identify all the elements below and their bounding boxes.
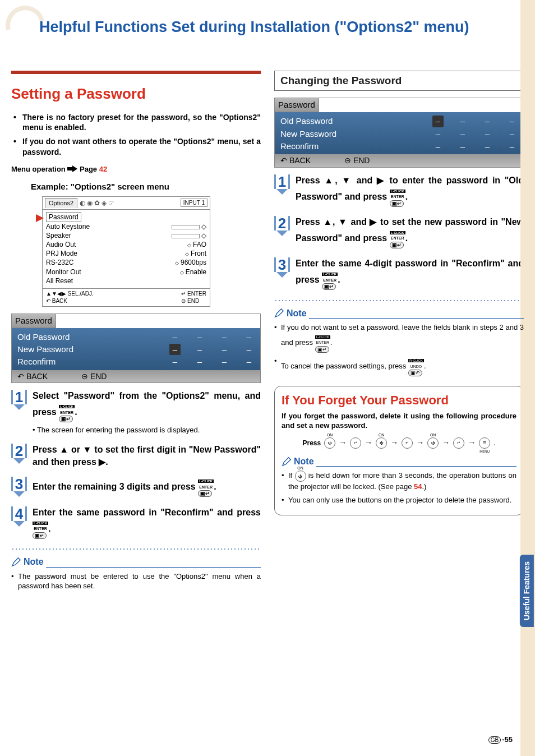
note-header-forget: Note — [282, 455, 516, 468]
title-bar: Helpful Functions Set during Installatio… — [11, 17, 524, 37]
menu-item-audio-out: Audio Out — [46, 240, 76, 249]
screen-footer-enter: ↵ ENTER — [181, 291, 206, 297]
on-button-icon: ⏻ — [427, 437, 439, 449]
r-step-3-text: Enter the same 4-digit password in "Reco… — [296, 257, 524, 290]
intro-bullet-1: There is no factory preset for the passw… — [13, 112, 261, 133]
enter-key-icon: L-CLICKENTER▣↵ — [322, 270, 338, 291]
right-column: Changing the Password Password Old Passw… — [274, 71, 524, 515]
step-1-sub: • The screen for entering the password i… — [33, 425, 261, 435]
pwbox-reconfirm-label-r: Reconfirm — [280, 141, 365, 152]
screen-footer-sel: ▲▼◀▶ SEL./ADJ. — [46, 291, 94, 297]
selected-menu-item: Password — [46, 212, 206, 222]
pencil-icon — [274, 308, 284, 318]
left-column: Setting a Password There is no factory p… — [11, 71, 261, 594]
arrow-icon: → — [442, 437, 450, 448]
on-button-icon: ⏻ — [295, 471, 306, 482]
val-prj-mode: Front — [185, 249, 206, 258]
pwbox-new-label: New Password — [17, 344, 102, 355]
step-badge-4: 4 — [11, 506, 27, 527]
intro-bullets: There is no factory preset for the passw… — [11, 112, 261, 158]
forget-title: If You Forget Your Password — [282, 392, 516, 409]
page-ref-54: 54 — [414, 482, 422, 491]
page-title: Helpful Functions Set during Installatio… — [11, 17, 524, 37]
menu-item-monitor-out: Monitor Out — [46, 268, 81, 276]
undo-key-icon: R-CLICKUNDO▣↶ — [408, 356, 424, 377]
menu-button-icon: ☰ — [479, 437, 490, 449]
r-step-badge-1: 1 — [274, 174, 290, 195]
selected-item-password: Password — [46, 212, 81, 222]
pwbox-end-r: ⊝ END — [344, 155, 370, 166]
pencil-icon — [11, 557, 21, 567]
menu-op-label: Menu operation — [11, 165, 66, 173]
enter-button-icon: ↵ — [402, 437, 413, 449]
page-number: GB-55 — [488, 735, 513, 745]
arrow-icon: → — [468, 437, 476, 448]
val-rs232c: 9600bps — [175, 258, 206, 267]
region-badge: GB — [488, 736, 501, 744]
dotted-separator — [11, 548, 261, 550]
step-4-text: Enter the same password in "Reconfirm" a… — [33, 506, 261, 539]
forget-note-1: If ⏻ is held down for more than 3 second… — [282, 471, 516, 492]
note-header-left: Note — [11, 556, 261, 568]
password-box-left: Password Old Password –––– New Password … — [11, 314, 261, 384]
screen-footer-end: ⊝ END — [181, 298, 199, 304]
arrow-icon — [67, 165, 77, 175]
pwbox-back: ↶ BACK — [17, 371, 48, 382]
pwbox-new-label-r: New Password — [280, 128, 365, 140]
r-step-badge-3: 3 — [274, 257, 290, 278]
pencil-icon — [282, 457, 292, 467]
note-body-right: If you do not want to set a password, le… — [274, 322, 524, 377]
enter-button-icon: ↵ — [350, 437, 361, 449]
val-monitor-out: Enable — [180, 268, 206, 276]
pwbox-old-label-r: Old Password — [280, 116, 365, 127]
menu-op-page-label: Page — [80, 165, 99, 173]
example-subtitle: Example: "Options2" screen menu — [31, 181, 261, 192]
options2-screen: Options2 ◐◉✿◈☞ INPUT 1 Password Auto Key… — [42, 196, 210, 307]
left-steps: 1 Select "Password" from the "Options2" … — [11, 390, 261, 539]
pwbox-header: Password — [12, 314, 56, 328]
r-step-1-text: Press ▲, ▼ and ▶ to enter the password i… — [296, 174, 524, 207]
step-2-text: Press ▲ or ▼ to set the first digit in "… — [33, 444, 261, 468]
step-1-text: Select "Password" from the "Options2" me… — [33, 390, 261, 435]
arrow-icon: → — [339, 437, 347, 448]
right-steps: 1 Press ▲, ▼ and ▶ to enter the password… — [274, 174, 524, 291]
menu-op-page-num: 42 — [99, 165, 107, 173]
enter-key-icon: L-CLICKENTER▣↵ — [390, 187, 405, 208]
step-badge-3: 3 — [11, 477, 27, 497]
val-audio-out: FAO — [187, 240, 206, 249]
menu-item-all-reset: All Reset — [46, 276, 73, 285]
step-badge-1: 1 — [11, 390, 27, 410]
menu-item-prj-mode: PRJ Mode — [46, 249, 77, 258]
enter-key-icon: L-CLICKENTER▣↵ — [33, 519, 48, 540]
note-r-item-1: If you do not want to set a password, le… — [274, 322, 524, 353]
note-header-right: Note — [274, 307, 524, 320]
note-left-item-1: The password must be entered to use the … — [11, 571, 261, 591]
menu-item-speaker: Speaker — [46, 231, 71, 240]
menu-item-rs232c: RS-232C — [46, 258, 73, 267]
pwbox-end: ⊝ END — [81, 371, 107, 382]
press-label: Press — [302, 439, 321, 448]
forget-note-2: You can only use the buttons on the proj… — [282, 495, 516, 505]
pwbox-reconfirm-label: Reconfirm — [17, 356, 102, 367]
changing-password-title: Changing the Password — [274, 71, 524, 91]
note-label-r: Note — [287, 307, 307, 320]
step-badge-2: 2 — [11, 444, 27, 464]
arrow-icon: → — [416, 437, 424, 448]
arrow-icon: → — [390, 437, 398, 448]
on-button-icon: ⏻ — [324, 437, 335, 449]
forget-password-box: If You Forget Your Password If you forge… — [274, 386, 524, 515]
note-label: Note — [24, 556, 44, 568]
page-num-value: -55 — [502, 735, 513, 744]
pwbox-old-label: Old Password — [17, 331, 102, 343]
screen-footer-back: ↶ BACK — [46, 298, 67, 304]
note-body-forget: If ⏻ is held down for more than 3 second… — [282, 471, 516, 505]
r-step-2-text: Press ▲, ▼ and ▶ to set the new password… — [296, 216, 524, 248]
screen-tab-icons: ◐◉✿◈☞ — [80, 199, 178, 208]
enter-key-icon: L-CLICKENTER▣↵ — [315, 333, 330, 353]
screen-tab-label: Options2 — [45, 198, 77, 208]
intro-bullet-2: If you do not want others to operate the… — [13, 136, 261, 158]
enter-key-icon: L-CLICKENTER▣↵ — [198, 477, 214, 497]
enter-key-icon: L-CLICKENTER▣↵ — [59, 402, 75, 423]
note-r-item-2: To cancel the password settings, press R… — [274, 356, 524, 377]
screen-input-label: INPUT 1 — [181, 199, 207, 208]
